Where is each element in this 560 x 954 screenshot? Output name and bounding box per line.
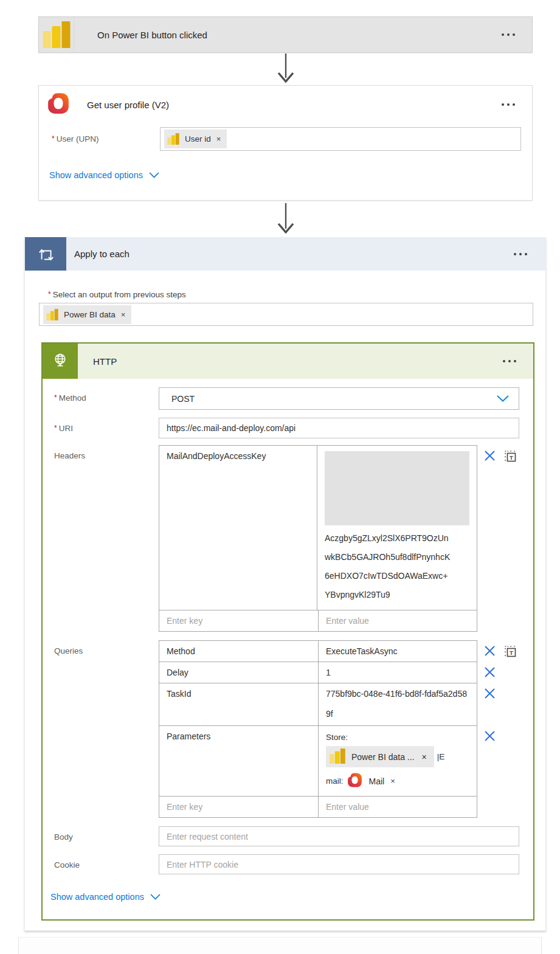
- body-label: Body: [54, 826, 159, 846]
- cookie-input[interactable]: [159, 854, 519, 874]
- svg-text:T: T: [510, 649, 513, 656]
- query-row: Method ExecuteTaskAsync T: [159, 641, 477, 662]
- required-asterisk: *: [54, 393, 57, 402]
- enter-key-cell[interactable]: Enter key: [159, 797, 319, 817]
- new-query-row: Enter key Enter value: [159, 796, 477, 817]
- body-input[interactable]: [159, 826, 519, 846]
- enter-value-cell[interactable]: Enter value: [319, 610, 477, 631]
- delete-row-icon[interactable]: [484, 666, 496, 678]
- access-key-text: 6eHDXO7cIwTDSdOAWaExwc+: [325, 567, 469, 586]
- delete-row-icon[interactable]: [484, 645, 496, 657]
- query-row: Delay 1: [159, 662, 477, 683]
- remove-token-icon[interactable]: ×: [121, 311, 126, 319]
- token-label: User id: [185, 134, 211, 143]
- more-menu-button[interactable]: [498, 30, 519, 40]
- office-icon: [347, 772, 363, 790]
- query-value-cell[interactable]: ExecuteTaskAsync: [319, 641, 477, 662]
- powerbi-icon: [164, 130, 182, 148]
- svg-text:T: T: [510, 454, 513, 461]
- delete-row-icon[interactable]: [484, 450, 496, 461]
- queries-table: Method ExecuteTaskAsync T Delay: [159, 640, 477, 818]
- required-asterisk: *: [48, 290, 51, 299]
- new-header-row: Enter key Enter value: [159, 610, 477, 631]
- header-key-cell[interactable]: MailAndDeployAccessKey: [159, 446, 317, 610]
- delete-row-icon[interactable]: [484, 688, 496, 699]
- redacted-value-block: [325, 451, 469, 525]
- required-asterisk: *: [54, 424, 57, 432]
- remove-token-icon[interactable]: ×: [390, 776, 395, 786]
- access-key-text: YBvpngvKl29Tu9: [325, 586, 469, 604]
- remove-token-icon[interactable]: ×: [216, 135, 221, 143]
- loop-icon: [25, 237, 66, 271]
- token-label: Power BI data: [64, 310, 116, 319]
- http-card: HTTP *Method POST *URI: [41, 342, 534, 921]
- query-key-cell[interactable]: TaskId: [159, 683, 319, 725]
- userid-token[interactable]: User id ×: [164, 130, 227, 148]
- chevron-down-icon: [149, 172, 159, 178]
- trigger-card[interactable]: On Power BI button clicked: [38, 16, 533, 53]
- headers-table: MailAndDeployAccessKey Aczgby5gZLxyl2SlX…: [159, 445, 477, 632]
- headers-label: Headers: [54, 445, 159, 632]
- method-label: *Method: [54, 387, 159, 410]
- arrow-down-icon: [275, 203, 296, 233]
- more-menu-button[interactable]: [498, 100, 519, 109]
- powerbi-data-token[interactable]: Power BI data ×: [43, 305, 131, 324]
- powerbi-icon: [39, 17, 74, 52]
- query-value-cell[interactable]: 1: [319, 662, 477, 683]
- powerbi-icon: [330, 748, 345, 766]
- mail-prefix-text: mail:: [326, 776, 344, 786]
- parameters-value-cell[interactable]: Store: Power BI data ... × |E: [319, 726, 477, 796]
- token-label: Mail: [369, 776, 385, 786]
- queries-label: Queries: [54, 640, 159, 818]
- header-value-cell[interactable]: Aczgby5gZLxyl2SlX6PRT9OzUn wkBCb5GAJROh5…: [317, 446, 477, 610]
- access-key-text: Aczgby5gZLxyl2SlX6PRT9OzUn: [325, 529, 469, 548]
- advanced-options-link[interactable]: Show advanced options: [49, 170, 532, 180]
- header-row: MailAndDeployAccessKey Aczgby5gZLxyl2SlX…: [159, 446, 477, 610]
- action-title: Get user profile (V2): [87, 100, 498, 110]
- get-user-profile-card[interactable]: Get user profile (V2) *User (UPN) User i…: [38, 85, 533, 201]
- chevron-down-icon: [497, 395, 509, 402]
- query-row: TaskId 775bf9bc-048e-41f6-bd8f-fdaf5a2d5…: [159, 683, 477, 725]
- query-key-cell[interactable]: Delay: [159, 662, 319, 683]
- remove-token-icon[interactable]: ×: [422, 752, 427, 762]
- connector-arrow: [38, 54, 533, 83]
- trigger-title: On Power BI button clicked: [97, 30, 498, 40]
- chevron-down-icon: [150, 894, 161, 900]
- user-upn-input[interactable]: User id ×: [160, 127, 521, 151]
- arrow-down-icon: [275, 54, 296, 83]
- next-step-placeholder: [18, 937, 542, 954]
- text-mode-icon[interactable]: T: [504, 450, 517, 463]
- store-prefix-text: Store:: [326, 731, 469, 743]
- method-select[interactable]: POST: [159, 387, 519, 410]
- more-menu-button[interactable]: [499, 356, 520, 366]
- enter-key-cell[interactable]: Enter key: [159, 610, 319, 631]
- select-output-label: *Select an output from previous steps: [48, 290, 545, 299]
- method-value: POST: [171, 394, 497, 404]
- globe-icon: [43, 344, 78, 379]
- expression-text: |E: [437, 752, 445, 761]
- uri-input[interactable]: [159, 418, 519, 438]
- more-menu-button[interactable]: [510, 249, 531, 259]
- connector-arrow: [38, 203, 533, 235]
- apply-to-each-scope: Apply to each *Select an output from pre…: [24, 237, 546, 931]
- http-header[interactable]: HTTP: [43, 344, 533, 379]
- required-asterisk: *: [52, 134, 55, 143]
- cookie-label: Cookie: [54, 854, 159, 874]
- query-key-cell[interactable]: Method: [159, 641, 319, 662]
- office-icon: [46, 91, 71, 119]
- scope-title: Apply to each: [74, 249, 510, 259]
- token-label: Power BI data ...: [351, 752, 415, 762]
- delete-row-icon[interactable]: [484, 730, 496, 742]
- user-upn-label: *User (UPN): [52, 127, 160, 151]
- text-mode-icon[interactable]: T: [504, 645, 517, 658]
- query-value-cell[interactable]: 775bf9bc-048e-41f6-bd8f-fdaf5a2d589f: [319, 683, 477, 725]
- uri-label: *URI: [54, 418, 159, 438]
- scope-header[interactable]: Apply to each: [25, 237, 545, 271]
- advanced-options-link[interactable]: Show advanced options: [50, 892, 533, 902]
- query-key-cell[interactable]: Parameters: [159, 726, 319, 796]
- output-input[interactable]: Power BI data ×: [39, 303, 533, 326]
- query-row-parameters: Parameters Store: Power BI data ... ×: [159, 725, 477, 796]
- mail-token[interactable]: Mail ×: [347, 772, 395, 790]
- powerbi-data-token[interactable]: Power BI data ... ×: [326, 746, 434, 767]
- enter-value-cell[interactable]: Enter value: [319, 797, 477, 817]
